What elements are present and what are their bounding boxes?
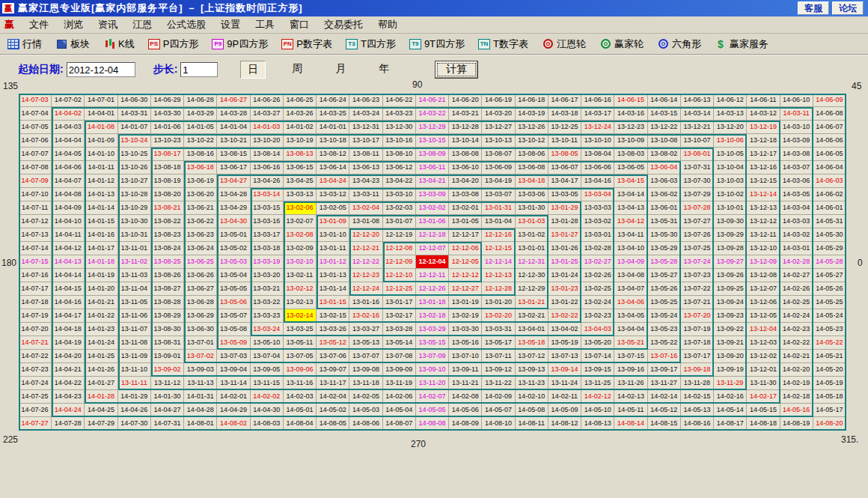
grid-cell[interactable]: 13-08-25 <box>151 255 184 269</box>
grid-cell[interactable]: 14-01-17 <box>85 242 117 255</box>
grid-cell[interactable]: 13-08-23 <box>151 228 184 242</box>
grid-cell[interactable]: 14-08-17 <box>714 417 747 431</box>
grid-cell[interactable]: 13-06-15 <box>284 161 317 174</box>
grid-cell[interactable]: 14-07-16 <box>19 269 52 282</box>
grid-cell[interactable]: 13-10-27 <box>118 174 151 188</box>
grid-cell[interactable]: 14-04-06 <box>52 161 85 174</box>
grid-cell[interactable]: 13-07-19 <box>681 323 714 336</box>
toolbar-button-P数字表[interactable]: PNP数字表 <box>278 36 335 52</box>
grid-cell[interactable]: 13-05-05 <box>217 282 250 296</box>
grid-cell[interactable]: 14-06-09 <box>813 94 846 107</box>
grid-cell[interactable]: 14-01-28 <box>85 390 117 404</box>
grid-cell[interactable]: 14-06-18 <box>516 94 548 107</box>
grid-cell[interactable]: 13-08-09 <box>416 148 449 161</box>
grid-cell[interactable]: 13-01-01 <box>516 242 548 255</box>
grid-cell[interactable]: 13-05-27 <box>648 269 681 282</box>
grid-cell[interactable]: 13-05-14 <box>383 336 416 350</box>
grid-cell[interactable]: 13-10-05 <box>714 148 747 161</box>
grid-cell[interactable]: 13-07-29 <box>681 188 714 201</box>
grid-cell[interactable]: 13-03-22 <box>251 296 284 309</box>
grid-cell[interactable]: 13-04-13 <box>614 201 647 215</box>
grid-cell[interactable]: 13-12-30 <box>383 121 416 134</box>
grid-cell[interactable]: 14-04-30 <box>251 404 284 417</box>
grid-cell[interactable]: 14-03-16 <box>614 107 647 121</box>
grid-cell[interactable]: 13-09-06 <box>284 363 317 377</box>
grid-cell[interactable]: 14-06-21 <box>416 94 449 107</box>
grid-cell[interactable]: 13-12-18 <box>747 134 780 148</box>
grid-cell[interactable]: 14-08-03 <box>251 417 284 431</box>
grid-cell[interactable]: 13-07-26 <box>681 228 714 242</box>
grid-cell[interactable]: 13-07-12 <box>516 350 548 363</box>
grid-cell[interactable]: 13-02-20 <box>482 309 515 323</box>
grid-cell[interactable]: 14-05-07 <box>482 404 515 417</box>
grid-cell[interactable]: 13-05-17 <box>482 336 515 350</box>
grid-cell[interactable]: 13-12-17 <box>747 148 780 161</box>
grid-cell[interactable]: 13-11-16 <box>284 377 317 390</box>
grid-cell[interactable]: 13-07-15 <box>614 350 647 363</box>
grid-cell[interactable]: 12-12-26 <box>416 282 449 296</box>
grid-cell[interactable]: 13-05-11 <box>284 336 317 350</box>
grid-cell[interactable]: 14-02-24 <box>780 309 813 323</box>
grid-cell[interactable]: 13-02-13 <box>284 296 317 309</box>
grid-cell[interactable]: 14-07-21 <box>19 336 52 350</box>
grid-cell[interactable]: 13-03-04 <box>581 188 614 201</box>
grid-cell[interactable]: 14-06-20 <box>449 94 482 107</box>
toolbar-button-行情[interactable]: 行情 <box>4 36 45 52</box>
grid-cell[interactable]: 12-12-13 <box>482 269 515 282</box>
grid-cell[interactable]: 14-06-16 <box>581 94 614 107</box>
grid-cell[interactable]: 14-06-28 <box>184 94 217 107</box>
grid-cell[interactable]: 14-06-12 <box>714 94 747 107</box>
grid-cell[interactable]: 14-07-10 <box>19 188 52 201</box>
grid-cell[interactable]: 13-01-24 <box>548 269 581 282</box>
grid-cell[interactable]: 13-07-01 <box>184 336 217 350</box>
grid-cell[interactable]: 13-07-09 <box>416 350 449 363</box>
grid-cell[interactable]: 14-02-15 <box>681 390 714 404</box>
grid-cell[interactable]: 13-06-02 <box>648 188 681 201</box>
grid-cell[interactable]: 13-10-14 <box>449 134 482 148</box>
grid-cell[interactable]: 14-04-23 <box>52 390 85 404</box>
grid-cell[interactable]: 13-09-20 <box>714 350 747 363</box>
grid-cell[interactable]: 13-02-12 <box>284 282 317 296</box>
grid-cell[interactable]: 14-08-05 <box>317 417 349 431</box>
grid-cell[interactable]: 14-04-05 <box>52 148 85 161</box>
grid-cell[interactable]: 13-09-25 <box>714 282 747 296</box>
grid-cell[interactable]: 13-01-26 <box>548 242 581 255</box>
grid-cell[interactable]: 14-05-26 <box>813 282 846 296</box>
grid-cell[interactable]: 13-05-02 <box>217 242 250 255</box>
grid-cell[interactable]: 13-12-02 <box>747 350 780 363</box>
grid-cell[interactable]: 14-05-29 <box>813 242 846 255</box>
grid-cell[interactable]: 13-05-09 <box>217 336 250 350</box>
grid-cell[interactable]: 13-01-18 <box>416 296 449 309</box>
grid-cell[interactable]: 13-02-18 <box>416 309 449 323</box>
grid-cell[interactable]: 14-05-21 <box>813 350 846 363</box>
grid-cell[interactable]: 13-10-17 <box>349 134 382 148</box>
grid-cell[interactable]: 14-02-04 <box>317 390 349 404</box>
grid-cell[interactable]: 13-12-20 <box>714 121 747 134</box>
grid-cell[interactable]: 13-08-07 <box>482 148 515 161</box>
grid-cell[interactable]: 14-01-26 <box>85 363 117 377</box>
grid-cell[interactable]: 13-09-28 <box>714 242 747 255</box>
grid-cell[interactable]: 13-08-28 <box>151 296 184 309</box>
grid-cell[interactable]: 14-05-06 <box>449 404 482 417</box>
grid-cell[interactable]: 13-11-11 <box>118 377 151 390</box>
menu-item-8[interactable]: 交易委托 <box>317 16 370 33</box>
grid-cell[interactable]: 13-11-15 <box>251 377 284 390</box>
grid-cell[interactable]: 13-02-28 <box>581 242 614 255</box>
grid-cell[interactable]: 14-02-23 <box>780 323 813 336</box>
grid-cell[interactable]: 13-08-03 <box>614 148 647 161</box>
grid-cell[interactable]: 13-04-26 <box>251 174 284 188</box>
grid-cell[interactable]: 13-03-05 <box>548 188 581 201</box>
grid-cell[interactable]: 13-07-08 <box>383 350 416 363</box>
menu-item-4[interactable]: 公式选股 <box>159 16 213 33</box>
grid-cell[interactable]: 14-01-15 <box>85 215 117 228</box>
grid-cell[interactable]: 13-08-06 <box>516 148 548 161</box>
grid-cell[interactable]: 14-03-07 <box>780 161 813 174</box>
grid-cell[interactable]: 13-03-06 <box>516 188 548 201</box>
grid-cell[interactable]: 13-10-24 <box>118 134 151 148</box>
grid-cell[interactable]: 12-12-29 <box>516 282 548 296</box>
grid-cell[interactable]: 14-03-23 <box>383 107 416 121</box>
grid-cell[interactable]: 14-06-27 <box>217 94 250 107</box>
grid-cell[interactable]: 14-08-19 <box>780 417 813 431</box>
grid-cell[interactable]: 14-03-06 <box>780 174 813 188</box>
grid-cell[interactable]: 13-02-02 <box>416 201 449 215</box>
